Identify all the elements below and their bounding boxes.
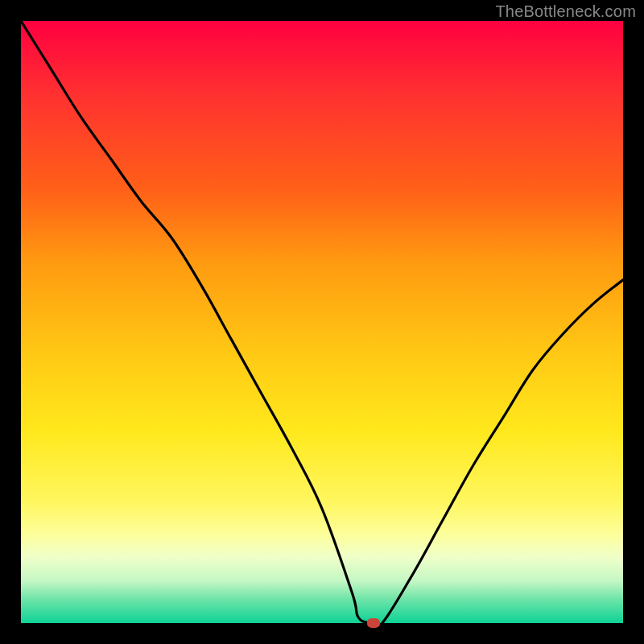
watermark-text: TheBottleneck.com [495, 2, 636, 21]
bottleneck-curve [21, 21, 623, 623]
plot-area [21, 21, 623, 623]
minimum-marker [367, 618, 380, 628]
chart-frame: TheBottleneck.com [0, 0, 644, 644]
